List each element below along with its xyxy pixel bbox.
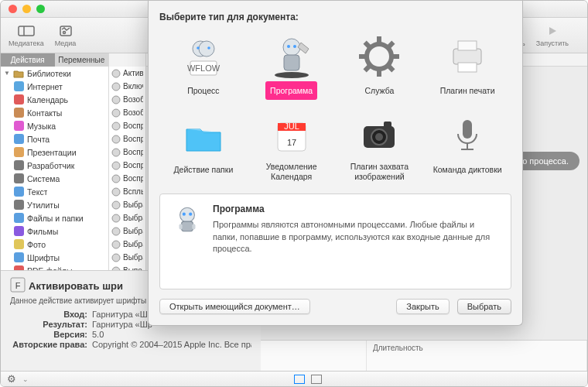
action-item[interactable]: Воспро (109, 132, 145, 146)
svg-rect-45 (359, 54, 365, 59)
doc-type-service[interactable]: Служба (336, 29, 424, 103)
svg-text:JUL: JUL (284, 122, 299, 131)
action-item[interactable]: Возобн (109, 106, 145, 119)
action-item[interactable]: Выбрат (109, 238, 145, 251)
library-item[interactable]: Календарь (1, 93, 108, 106)
library-item[interactable]: Интернет (1, 80, 108, 93)
library-item[interactable]: Контакты (1, 106, 108, 119)
desc-row: Версия:5.0 (10, 330, 251, 339)
svg-point-58 (375, 133, 383, 141)
tab-variables[interactable]: Переменные (55, 53, 109, 67)
action-item[interactable]: Выбрат (109, 251, 145, 264)
document-type-sheet: Выберите тип для документа: WFLOWПроцесс… (148, 1, 523, 326)
svg-point-15 (112, 175, 120, 183)
doc-type-folder[interactable]: Действие папки (159, 108, 248, 186)
library-toggle-button[interactable]: Медиатека (9, 23, 44, 47)
doc-type-label: Команда диктовки (429, 160, 507, 179)
action-item[interactable]: Всплыв (109, 185, 145, 198)
doc-type-print[interactable]: Плагин печати (423, 29, 511, 103)
library-item[interactable]: Музыка (1, 119, 108, 132)
action-item[interactable]: Включи (109, 80, 145, 93)
action-item[interactable]: Выбрат (109, 211, 145, 224)
chevron-down-icon[interactable]: ⌄ (22, 375, 29, 383)
type-desc-body: Программы являются автономными процессам… (213, 219, 500, 255)
svg-rect-68 (192, 224, 195, 229)
print-icon (443, 32, 492, 81)
svg-point-31 (199, 41, 214, 57)
svg-point-10 (112, 109, 120, 117)
run-button[interactable]: Запустить (536, 23, 569, 47)
library-item[interactable]: Утилиты (1, 198, 108, 211)
choose-button[interactable]: Выбрать (457, 299, 511, 314)
doc-type-workflow[interactable]: WFLOWПроцесс (159, 29, 248, 103)
action-item[interactable]: Выбрат (109, 198, 145, 211)
svg-point-32 (197, 46, 200, 50)
sheet-heading: Выберите тип для документа: (159, 12, 511, 22)
library-item[interactable]: Файлы и папки (1, 211, 108, 224)
doc-type-capture[interactable]: Плагин захвата изображений (336, 108, 424, 186)
app-icon (267, 32, 316, 81)
type-description-box: Программа Программы являются автономными… (159, 194, 511, 289)
svg-rect-60 (463, 120, 472, 139)
svg-point-33 (207, 46, 210, 50)
sidebar-tabs: Действия Переменные (1, 53, 108, 67)
open-existing-button[interactable]: Открыть имеющийся документ… (159, 299, 310, 314)
library-item[interactable]: Текст (1, 185, 108, 198)
dictation-icon (443, 111, 492, 160)
action-item[interactable]: Возобн (109, 93, 145, 106)
doc-type-calendar[interactable]: JUL17Уведомление Календаря (248, 108, 336, 186)
svg-rect-67 (179, 224, 183, 229)
library-item[interactable]: Фильмы (1, 224, 108, 238)
library-header[interactable]: Библиотеки (27, 69, 71, 78)
svg-rect-0 (19, 26, 34, 36)
app-window: Без названия 3⌄ Медиатека Медиа Запись Ш… (0, 0, 588, 387)
svg-point-19 (112, 228, 120, 235)
doc-type-label: Плагин захвата изображений (337, 160, 422, 183)
svg-point-20 (112, 241, 120, 248)
doc-type-label: Процесс (183, 81, 224, 100)
svg-point-65 (189, 213, 192, 216)
view-mode-log-icon[interactable] (311, 375, 322, 384)
doc-type-label: Служба (360, 81, 398, 100)
svg-rect-66 (182, 221, 193, 231)
svg-point-12 (112, 135, 120, 143)
svg-rect-49 (453, 49, 481, 64)
svg-rect-41 (393, 54, 399, 59)
view-mode-workflow-icon[interactable] (294, 375, 305, 384)
svg-point-8 (112, 83, 120, 91)
library-item[interactable]: Презентации (1, 146, 108, 159)
action-item[interactable]: Воспро (109, 119, 145, 132)
font-icon: F (10, 277, 26, 293)
tab-actions[interactable]: Действия (1, 53, 55, 67)
svg-rect-51 (458, 63, 477, 72)
library-item[interactable]: Шрифты (1, 251, 108, 264)
close-button[interactable]: Закрыть (396, 299, 449, 314)
desc-row: Авторские права:Copyright © 2004–2015 Ap… (10, 340, 251, 349)
svg-rect-2 (60, 26, 71, 36)
type-desc-title: Программа (213, 204, 500, 214)
library-item[interactable]: Система (1, 172, 108, 185)
svg-point-7 (112, 70, 120, 77)
action-item[interactable]: Выбрат (109, 224, 145, 238)
workflow-icon: WFLOW (179, 32, 228, 81)
doc-type-label: Действие папки (169, 160, 238, 179)
svg-point-38 (275, 72, 309, 78)
action-item[interactable]: Воспро (109, 146, 145, 159)
gear-icon[interactable]: ⚙︎ (7, 373, 16, 385)
svg-point-16 (112, 188, 120, 196)
action-item[interactable]: Воспро (109, 159, 145, 172)
doc-type-app[interactable]: Программа (248, 29, 336, 103)
svg-point-36 (293, 45, 296, 48)
svg-rect-43 (377, 70, 381, 77)
doc-type-dictation[interactable]: Команда диктовки (423, 108, 511, 186)
library-item[interactable]: Разработчик (1, 159, 108, 172)
media-button[interactable]: Медиа (55, 23, 77, 47)
action-item[interactable]: Воспро (109, 172, 145, 185)
library-item[interactable]: Почта (1, 132, 108, 146)
svg-point-64 (183, 213, 186, 216)
svg-point-21 (112, 254, 120, 262)
svg-rect-39 (377, 36, 381, 43)
action-item[interactable]: Активи (109, 67, 145, 80)
doc-type-label: Плагин печати (436, 81, 500, 100)
library-item[interactable]: Фото (1, 238, 108, 251)
